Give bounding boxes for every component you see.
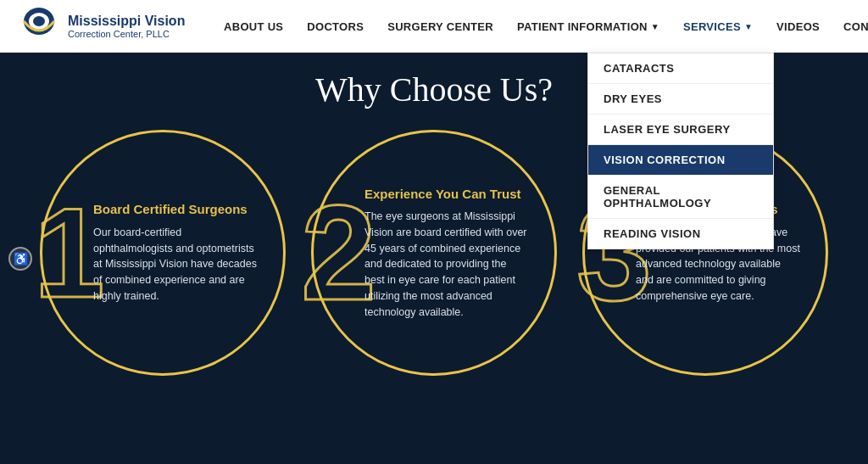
navbar: Mississippi Vision Correction Center, PL… bbox=[0, 0, 868, 53]
dropdown-general-ophthalmology[interactable]: GENERAL OPHTHALMOLOGY bbox=[588, 176, 773, 219]
card-1-content: Board Certified Surgeons Our board-certi… bbox=[93, 201, 258, 304]
services-caret: ▼ bbox=[744, 22, 753, 31]
card-2-content: Experience You Can Trust The eye surgeon… bbox=[364, 186, 529, 321]
nav-services[interactable]: SERVICES ▼ bbox=[671, 0, 765, 53]
card-2-heading: Experience You Can Trust bbox=[364, 186, 529, 203]
dropdown-dry-eyes[interactable]: DRY EYES bbox=[588, 84, 773, 115]
feature-card-1: 1 Board Certified Surgeons Our board-cer… bbox=[40, 130, 286, 376]
nav-about-us[interactable]: ABOUT US bbox=[212, 0, 295, 53]
dropdown-reading-vision[interactable]: READING VISION bbox=[588, 219, 773, 249]
logo-sub-text: Correction Center, PLLC bbox=[68, 29, 185, 39]
nav-contact-us[interactable]: CONTACT US bbox=[832, 0, 868, 53]
patient-info-caret: ▼ bbox=[651, 22, 659, 31]
card-1-heading: Board Certified Surgeons bbox=[93, 201, 258, 218]
services-dropdown: CATARACTS DRY EYES LASER EYE SURGERY VIS… bbox=[587, 53, 774, 249]
dropdown-laser-eye-surgery[interactable]: LASER EYE SURGERY bbox=[588, 115, 773, 145]
card-2-body: The eye surgeons at Mississippi Vision a… bbox=[364, 209, 529, 320]
card-1-body: Our board-certified ophthalmologists and… bbox=[93, 225, 258, 305]
logo-icon bbox=[17, 4, 61, 48]
accessibility-button[interactable]: ♿ bbox=[8, 247, 32, 271]
nav-patient-information[interactable]: PATIENT INFORMATION ▼ bbox=[505, 0, 671, 53]
nav-surgery-center[interactable]: SURGERY CENTER bbox=[376, 0, 505, 53]
svg-point-2 bbox=[33, 16, 45, 26]
feature-card-2: 2 Experience You Can Trust The eye surge… bbox=[311, 130, 557, 376]
logo[interactable]: Mississippi Vision Correction Center, PL… bbox=[17, 4, 186, 48]
nav-doctors[interactable]: DOCTORS bbox=[295, 0, 376, 53]
logo-main-text: Mississippi Vision bbox=[68, 14, 185, 29]
dropdown-vision-correction[interactable]: VISION CORRECTION bbox=[588, 145, 773, 176]
nav-videos[interactable]: VIDEOS bbox=[765, 0, 832, 53]
nav-links: ABOUT US DOCTORS SURGERY CENTER PATIENT … bbox=[212, 0, 868, 53]
dropdown-cataracts[interactable]: CATARACTS bbox=[588, 53, 773, 84]
